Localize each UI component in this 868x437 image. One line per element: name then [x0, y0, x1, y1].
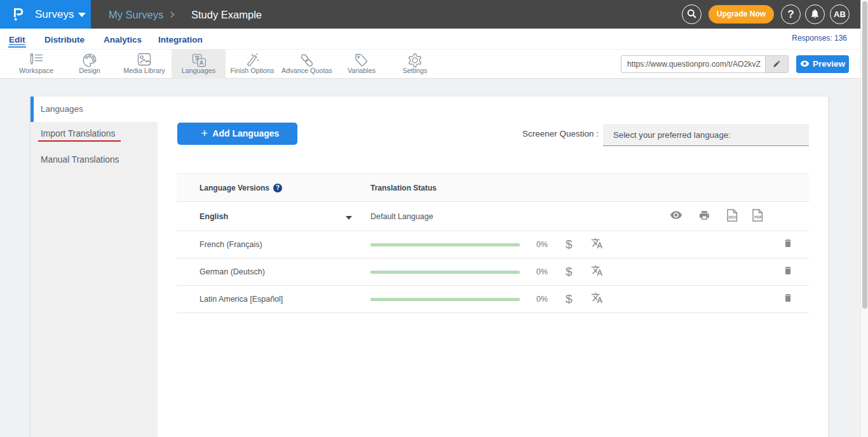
svg-text:PDF: PDF	[754, 215, 763, 219]
svg-text:DOC: DOC	[728, 215, 737, 219]
